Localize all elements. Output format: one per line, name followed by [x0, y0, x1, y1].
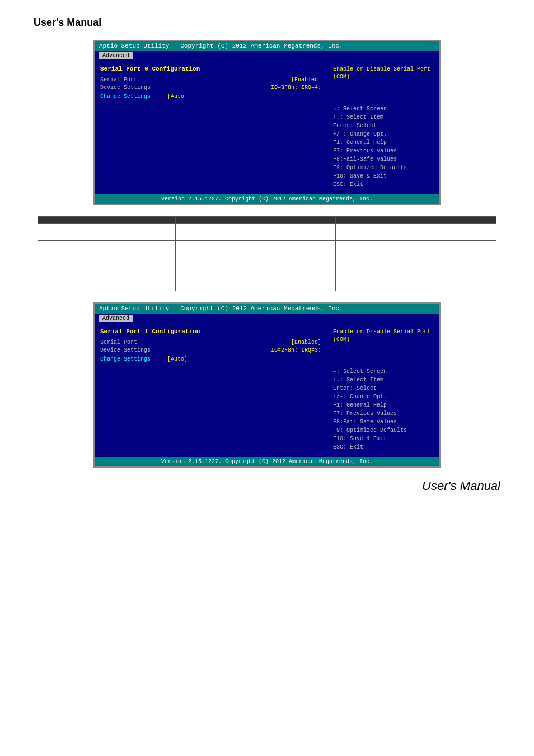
table-header-col-3 — [336, 217, 496, 224]
table-cell-1-3 — [336, 224, 496, 241]
page-title: User's Manual — [34, 17, 500, 29]
table-header-col-1 — [38, 217, 176, 224]
bios-tab-2[interactable]: Advanced — [99, 315, 133, 322]
bios-left-1: Serial Port 0 Configuration Serial Port … — [95, 60, 327, 194]
bios-screen-1: Aptio Setup Utility – Copyright (C) 2012… — [93, 40, 441, 205]
bios-right-top-1: Enable or Disable Serial Port (COM) — [333, 66, 434, 81]
bios-label-2-1: Device Settings — [100, 347, 151, 353]
bios-row-1-1: Device Settings IO=3F8h: IRQ=4: — [100, 85, 321, 91]
bios-label-1-0: Serial Port — [100, 77, 137, 83]
bios-header-text-2: Aptio Setup Utility – Copyright (C) 2012… — [99, 305, 343, 312]
table-cell-2-1 — [38, 241, 176, 291]
bios-change-settings-1[interactable]: Change Settings [Auto] — [100, 94, 321, 100]
bios-label-2-0: Serial Port — [100, 339, 137, 346]
bios-body-2: Serial Port 1 Configuration Serial Port … — [95, 323, 439, 457]
table-header-col-2 — [175, 217, 336, 224]
table-row — [38, 224, 496, 241]
bios-body-1: Serial Port 0 Configuration Serial Port … — [95, 60, 439, 194]
bios-footer-2: Version 2.15.1227. Copyright (C) 2012 Am… — [95, 457, 439, 466]
bios-row-1-0: Serial Port [Enabled] — [100, 77, 321, 83]
info-table — [38, 216, 496, 291]
table-header-row — [38, 217, 496, 224]
bios-value-2-0: [Enabled] — [291, 339, 321, 346]
bios-section-title-2: Serial Port 1 Configuration — [100, 328, 321, 335]
bios-label-1-1: Device Settings — [100, 85, 151, 91]
bios-screen-2: Aptio Setup Utility – Copyright (C) 2012… — [93, 302, 441, 468]
table-cell-1-2 — [175, 224, 336, 241]
bios-right-top-2: Enable or Disable Serial Port (COM) — [333, 328, 434, 344]
bottom-label: User's Manual — [34, 479, 500, 493]
table-cell-2-3 — [336, 241, 496, 291]
bios-help-1: ↔: Select Screen ↑↓: Select Item Enter: … — [333, 105, 434, 189]
bios-change-settings-2[interactable]: Change Settings [Auto] — [100, 356, 321, 362]
bios-help-2: ↔: Select Screen ↑↓: Select Item Enter: … — [333, 367, 434, 451]
table-cell-2-2 — [175, 241, 336, 291]
bios-row-2-1: Device Settings IO=2F8h: IRQ=3: — [100, 347, 321, 353]
bios-tab-1[interactable]: Advanced — [99, 52, 133, 59]
bios-footer-1: Version 2.15.1227. Copyright (C) 2012 Am… — [95, 194, 439, 204]
table-row — [38, 241, 496, 291]
bios-value-1-0: [Enabled] — [291, 77, 321, 83]
bios-right-2: Enable or Disable Serial Port (COM) ↔: S… — [327, 323, 439, 457]
bios-left-2: Serial Port 1 Configuration Serial Port … — [95, 323, 327, 457]
bios-header-text-1: Aptio Setup Utility – Copyright (C) 2012… — [99, 43, 343, 49]
bios-right-1: Enable or Disable Serial Port (COM) ↔: S… — [327, 60, 439, 194]
bios-value-1-1: IO=3F8h: IRQ=4: — [271, 85, 321, 91]
bios-header-1: Aptio Setup Utility – Copyright (C) 2012… — [95, 41, 439, 51]
table-cell-1-1 — [38, 224, 176, 241]
bios-value-2-1: IO=2F8h: IRQ=3: — [271, 347, 321, 353]
bios-section-title-1: Serial Port 0 Configuration — [100, 66, 321, 72]
bios-header-2: Aptio Setup Utility – Copyright (C) 2012… — [95, 304, 439, 314]
bios-row-2-0: Serial Port [Enabled] — [100, 339, 321, 346]
